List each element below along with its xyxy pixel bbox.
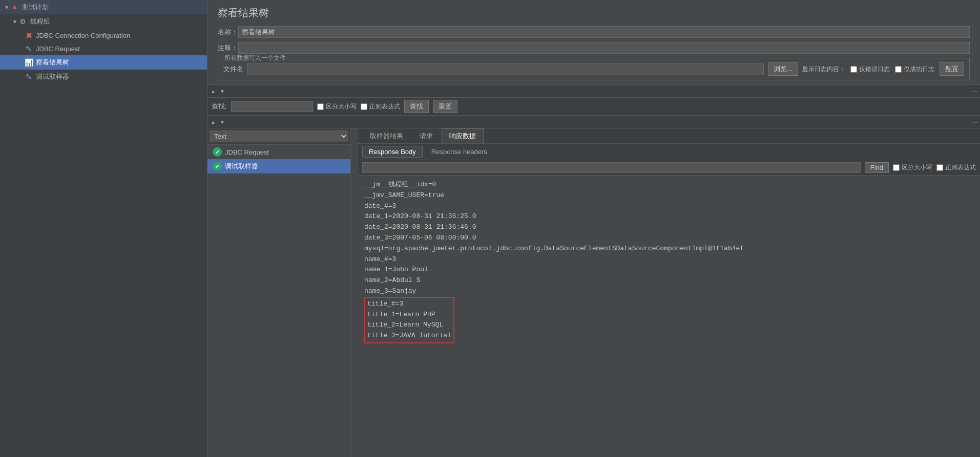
- response-find-bar: Find 区分大小写 正则表达式: [358, 160, 980, 176]
- more-options-icon-2[interactable]: ···: [972, 118, 978, 126]
- response-find-input[interactable]: [362, 162, 861, 173]
- name-input[interactable]: [238, 26, 970, 38]
- reset-button[interactable]: 重置: [433, 100, 457, 113]
- page-title: 察看结果树: [218, 6, 970, 20]
- plan-icon: 🔺: [11, 3, 19, 11]
- sidebar-item-result-tree[interactable]: 📊 察看结果树: [0, 55, 207, 70]
- sidebar-item-label: 调试取样器: [36, 72, 69, 81]
- gear-icon: ⚙: [19, 17, 27, 26]
- listener-icon: 📊: [25, 58, 33, 67]
- case-sensitive-option[interactable]: 区分大小写: [317, 102, 357, 111]
- main-panel: 察看结果树 名称： 注释： 所有数据写入一个文件 文件名 浏览... 显示日志内…: [207, 0, 980, 457]
- success-only-label[interactable]: 仅成功日志: [895, 65, 934, 74]
- format-dropdown[interactable]: Text HTML JSON XML Regexp Tester: [210, 130, 348, 142]
- regex-option[interactable]: 正则表达式: [361, 102, 400, 111]
- tab-sampler-result[interactable]: 取样器结果: [362, 128, 411, 143]
- regex-checkbox[interactable]: [361, 103, 367, 110]
- response-line-highlighted: title_3=JAVA Tutorial: [367, 331, 451, 341]
- sidebar-item-label: JDBC Request: [36, 45, 80, 53]
- response-line-highlighted: title_2=Learn MySQL: [367, 320, 451, 331]
- expand-btn-2[interactable]: ▲: [210, 119, 217, 125]
- header-section: 察看结果树 名称： 注释： 所有数据写入一个文件 文件名 浏览... 显示日志内…: [207, 0, 980, 85]
- response-line: __jmv_SAME_USER=true: [364, 190, 974, 201]
- comment-label: 注释：: [218, 43, 238, 53]
- find-case-sensitive-option[interactable]: 区分大小写: [893, 163, 932, 172]
- debug-icon: ✎: [25, 73, 33, 81]
- shield-green-icon: ✔: [213, 162, 222, 171]
- response-line-highlighted: title_#=3: [367, 299, 451, 310]
- toolbar-row-1: ▲ ▼ ···: [207, 85, 980, 98]
- file-row: 文件名 浏览... 显示日志内容： 仅错误日志 仅成功日志 配置: [223, 62, 964, 76]
- response-line: name_3=Sanjay: [364, 286, 974, 297]
- response-line: date_3=2007-05-06 08:00:00.0: [364, 233, 974, 244]
- toolbar-row-2: ▲ ▼ ···: [207, 116, 980, 128]
- browse-button[interactable]: 浏览...: [768, 62, 798, 76]
- sidebar-item-jdbc-request[interactable]: ✎ JDBC Request: [0, 42, 207, 55]
- find-case-sensitive-label: 区分大小写: [902, 163, 932, 172]
- highlighted-block: title_#=3 title_1=Learn PHP title_2=Lear…: [364, 297, 454, 343]
- chevron-down-icon: ▼: [12, 19, 17, 25]
- comment-input[interactable]: [238, 42, 970, 54]
- tab-request[interactable]: 请求: [412, 128, 441, 143]
- sidebar-item-label: 测试计划: [22, 3, 49, 12]
- left-panel: Text HTML JSON XML Regexp Tester ✔ JDBC …: [207, 128, 351, 457]
- sub-tab-response-headers[interactable]: Response headers: [425, 146, 494, 158]
- response-line: date_2=2020-08-31 21:36:46.0: [364, 222, 974, 233]
- find-regex-label: 正则表达式: [945, 163, 976, 172]
- response-line: name_2=Abdul S: [364, 275, 974, 286]
- response-line: name_1=John Poul: [364, 265, 974, 275]
- sidebar-item-jdbc-config[interactable]: ✖ JDBC Connection Configuration: [0, 29, 207, 42]
- file-name-input[interactable]: [247, 63, 764, 75]
- find-regex-option[interactable]: 正则表达式: [936, 163, 976, 172]
- log-options: 显示日志内容： 仅错误日志 仅成功日志 配置: [802, 62, 964, 76]
- sidebar-item-label: 线程组: [30, 17, 50, 26]
- comment-row: 注释：: [218, 42, 970, 54]
- error-only-checkbox[interactable]: [850, 66, 857, 73]
- collapse-btn[interactable]: ▼: [219, 89, 226, 94]
- main-tabs-bar: 取样器结果 请求 响应数据: [358, 128, 980, 144]
- sampler-label: 调试取样器: [225, 162, 258, 171]
- chevron-down-icon: ▼: [4, 5, 9, 10]
- jdbc-request-icon: ✎: [25, 45, 33, 53]
- log-display-label: 显示日志内容：: [802, 65, 845, 74]
- tab-response-data[interactable]: 响应数据: [442, 128, 484, 143]
- search-bar: 查找: 区分大小写 正则表达式 查找 重置: [207, 98, 980, 116]
- sampler-item-debug-sampler[interactable]: ✔ 调试取样器: [207, 159, 350, 173]
- search-label: 查找:: [212, 102, 227, 111]
- response-body-content: __jm__线程组__idx=0 __jmv_SAME_USER=true da…: [358, 176, 980, 457]
- file-name-label: 文件名: [223, 64, 243, 74]
- sidebar-item-test-plan[interactable]: ▼ 🔺 测试计划: [0, 0, 207, 14]
- error-only-label[interactable]: 仅错误日志: [850, 65, 890, 74]
- response-line: mysql=org.apache.jmeter.protocol.jdbc.co…: [364, 244, 974, 254]
- sidebar: ▼ 🔺 测试计划 ▼ ⚙ 线程组 ✖ JDBC Connection Confi…: [0, 0, 207, 457]
- panel-drag-handle[interactable]: ⋮: [351, 128, 358, 457]
- file-group: 所有数据写入一个文件 文件名 浏览... 显示日志内容： 仅错误日志 仅成功日志…: [218, 58, 970, 80]
- sampler-item-jdbc-request[interactable]: ✔ JDBC Request: [207, 145, 350, 159]
- name-row: 名称：: [218, 26, 970, 38]
- file-group-legend: 所有数据写入一个文件: [222, 54, 288, 62]
- response-find-button[interactable]: Find: [865, 162, 889, 173]
- more-options-icon[interactable]: ···: [972, 87, 978, 95]
- shield-green-icon: ✔: [213, 147, 222, 157]
- find-button[interactable]: 查找: [404, 100, 429, 113]
- search-input[interactable]: [231, 101, 313, 112]
- sub-tab-response-body[interactable]: Response Body: [362, 146, 423, 158]
- success-only-checkbox[interactable]: [895, 66, 902, 73]
- case-sensitive-label: 区分大小写: [326, 102, 357, 111]
- sub-tabs-bar: Response Body Response headers: [358, 144, 980, 160]
- response-line-highlighted: title_1=Learn PHP: [367, 310, 451, 320]
- config-button[interactable]: 配置: [940, 62, 964, 76]
- sidebar-item-thread-group[interactable]: ▼ ⚙ 线程组: [0, 14, 207, 29]
- find-regex-checkbox[interactable]: [936, 164, 943, 171]
- case-sensitive-checkbox[interactable]: [317, 103, 324, 110]
- sidebar-item-label: 察看结果树: [36, 58, 69, 67]
- response-line: date_1=2020-08-31 21:36:25.0: [364, 211, 974, 222]
- find-case-sensitive-checkbox[interactable]: [893, 164, 900, 171]
- sidebar-item-debug-sampler[interactable]: ✎ 调试取样器: [0, 70, 207, 84]
- content-area: Text HTML JSON XML Regexp Tester ✔ JDBC …: [207, 128, 980, 457]
- response-line: date_#=3: [364, 201, 974, 212]
- expand-btn[interactable]: ▲: [210, 89, 217, 94]
- collapse-btn-2[interactable]: ▼: [219, 119, 226, 125]
- left-panel-toolbar: Text HTML JSON XML Regexp Tester: [207, 128, 350, 145]
- regex-label: 正则表达式: [369, 102, 400, 111]
